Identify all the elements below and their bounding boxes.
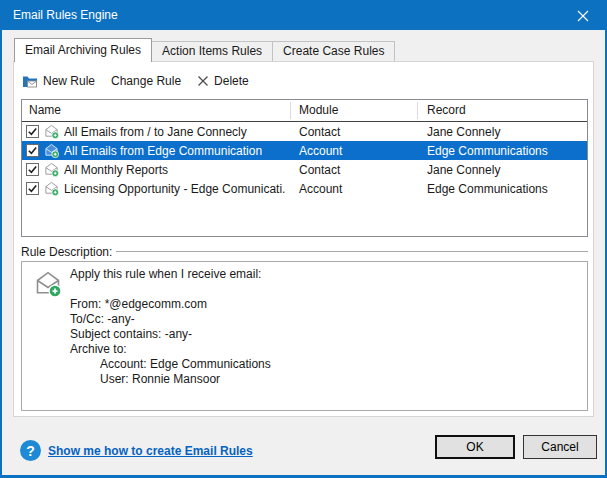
column-header-record[interactable]: Record — [427, 100, 466, 121]
delete-icon — [197, 75, 209, 87]
table-body: All Emails from / to Jane Connecly Conta… — [22, 122, 587, 198]
ok-label: OK — [466, 440, 483, 454]
rule-name: Licensing Opportunity - Edge Comunicati.… — [64, 182, 286, 196]
email-rule-icon — [44, 143, 59, 158]
rule-description-line: Archive to: — [70, 342, 271, 357]
close-icon — [577, 10, 589, 22]
rule-description-line: Account: Edge Communications — [70, 357, 271, 372]
tab-action-items-rules[interactable]: Action Items Rules — [151, 41, 273, 61]
table-header: Name Module Record — [22, 100, 587, 122]
close-button[interactable] — [561, 2, 605, 30]
check-icon — [27, 145, 38, 156]
rule-description-text: Apply this rule when I receive email: Fr… — [70, 267, 271, 387]
delete-label: Delete — [214, 74, 249, 88]
tab-bar: Email Archiving RulesAction Items RulesC… — [14, 38, 395, 62]
rule-description-line: Apply this rule when I receive email: — [70, 267, 271, 282]
rule-name: All Emails from Edge Communication — [64, 144, 262, 158]
rule-description-line — [70, 282, 271, 297]
table-row[interactable]: All Monthly Reports Contact Jane Connely — [22, 160, 587, 179]
email-rules-engine-dialog: Email Rules Engine Email Archiving Rules… — [0, 0, 607, 478]
rule-enabled-checkbox[interactable] — [26, 125, 39, 138]
rule-description-label: Rule Description: — [21, 245, 112, 259]
rules-table: Name Module Record All Emails from / to … — [21, 99, 588, 237]
rule-description-line: User: Ronnie Mansoor — [70, 372, 271, 387]
email-rule-icon — [44, 162, 59, 177]
rule-description-box: Apply this rule when I receive email: Fr… — [21, 261, 588, 411]
rule-record: Jane Connely — [427, 163, 500, 177]
rule-record: Edge Communications — [427, 182, 548, 196]
column-separator — [290, 102, 291, 119]
table-row[interactable]: All Emails from / to Jane Connecly Conta… — [22, 122, 587, 141]
change-rule-button[interactable]: Change Rule — [111, 74, 181, 88]
rule-module: Contact — [299, 163, 340, 177]
rule-description-line: To/Cc: -any- — [70, 312, 271, 327]
help-icon[interactable]: ? — [20, 440, 41, 461]
change-rule-label: Change Rule — [111, 74, 181, 88]
tab-email-archiving-rules[interactable]: Email Archiving Rules — [14, 38, 152, 62]
rule-name: All Emails from / to Jane Connecly — [64, 125, 247, 139]
rule-name: All Monthly Reports — [64, 163, 168, 177]
tab-create-case-rules[interactable]: Create Case Rules — [272, 41, 395, 61]
rule-record: Jane Connely — [427, 125, 500, 139]
window-title: Email Rules Engine — [13, 0, 118, 30]
rule-description-line: Subject contains: -any- — [70, 327, 271, 342]
cancel-button[interactable]: Cancel — [523, 435, 597, 459]
rule-module: Account — [299, 182, 342, 196]
rule-record: Edge Communications — [427, 144, 548, 158]
rule-module: Contact — [299, 125, 340, 139]
column-header-name[interactable]: Name — [29, 100, 61, 121]
cancel-label: Cancel — [541, 440, 578, 454]
tab-page: New Rule Change Rule Delete Name Module … — [13, 61, 594, 417]
email-rule-icon — [44, 124, 59, 139]
new-rule-label: New Rule — [43, 74, 95, 88]
rule-description-divider — [116, 251, 588, 252]
rule-module: Account — [299, 144, 342, 158]
column-separator — [417, 102, 418, 119]
delete-button[interactable]: Delete — [197, 74, 249, 88]
rules-toolbar: New Rule Change Rule Delete — [22, 71, 249, 91]
check-icon — [27, 164, 38, 175]
new-rule-button[interactable]: New Rule — [22, 73, 95, 89]
table-row[interactable]: All Emails from Edge Communication Accou… — [22, 141, 587, 160]
help-glyph: ? — [26, 443, 35, 459]
rule-enabled-checkbox[interactable] — [26, 182, 39, 195]
check-icon — [27, 126, 38, 137]
ok-button[interactable]: OK — [435, 435, 515, 459]
table-row[interactable]: Licensing Opportunity - Edge Comunicati.… — [22, 179, 587, 198]
rule-description-line: From: *@edgecomm.com — [70, 297, 271, 312]
rule-enabled-checkbox[interactable] — [26, 163, 39, 176]
titlebar: Email Rules Engine — [0, 0, 607, 30]
email-rule-icon — [34, 270, 62, 298]
check-icon — [27, 183, 38, 194]
help-link[interactable]: Show me how to create Email Rules — [48, 444, 253, 458]
rule-enabled-checkbox[interactable] — [26, 144, 39, 157]
column-header-module[interactable]: Module — [299, 100, 338, 121]
email-rule-icon — [44, 181, 59, 196]
new-rule-icon — [22, 73, 38, 89]
